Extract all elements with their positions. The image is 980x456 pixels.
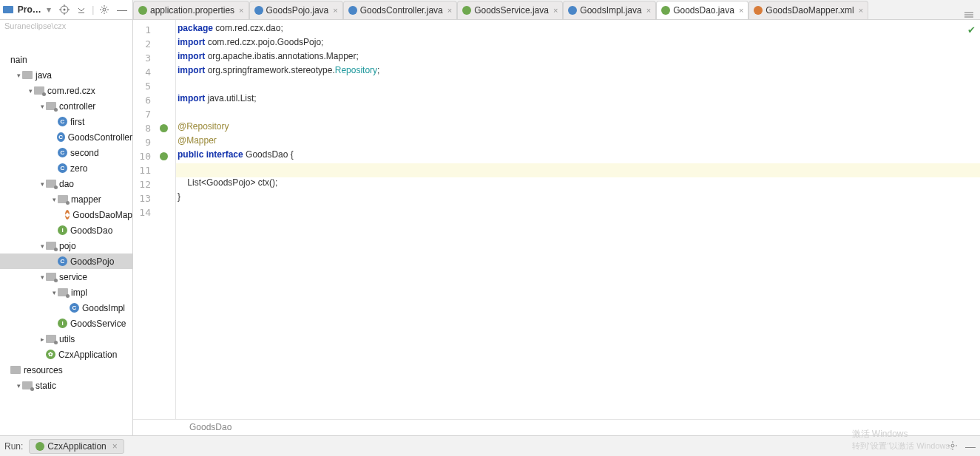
code-line[interactable]: import com.red.czx.pojo.GoodsPojo; (176, 37, 980, 51)
chevron-icon[interactable]: ▾ (38, 273, 46, 281)
tree-item[interactable]: IGoodsDao (0, 222, 132, 238)
file-type-icon (254, 6, 263, 15)
chevron-icon[interactable]: ▾ (38, 180, 46, 188)
code-line[interactable]: import org.springframework.stereotype.Re… (176, 65, 980, 79)
breadcrumb[interactable]: GoodsDao (133, 419, 980, 435)
tree-label: nain (10, 55, 27, 65)
tree-item[interactable]: ▾service (0, 269, 132, 285)
close-icon[interactable]: × (739, 6, 743, 15)
line-number: 10 (133, 151, 155, 162)
svg-line-14 (101, 12, 103, 13)
tree-label: zero (70, 163, 87, 174)
hide-icon[interactable]: — (115, 2, 129, 17)
tree-item[interactable]: CGoodsController (0, 129, 132, 145)
editor-tab[interactable]: GoodsController.java× (343, 1, 458, 19)
code-line[interactable]: } (176, 191, 980, 205)
tree-label: utils (59, 334, 75, 344)
tree-item[interactable]: CGoodsPojo (0, 253, 132, 269)
chevron-icon[interactable]: ▸ (38, 336, 46, 343)
tab-label: GoodsPojo.java (266, 5, 329, 16)
gutter-marker-icon[interactable] (160, 124, 168, 132)
editor-body: 1234567891011121314 ✔ package com.red.cz… (133, 20, 980, 419)
hide-tool-icon[interactable]: — (965, 440, 976, 452)
code-line[interactable] (176, 79, 980, 93)
tree-item[interactable]: IGoodsService (0, 316, 132, 331)
project-sidebar: Proj... ▾ | — Suraneclipse\czx nain▾java… (0, 0, 133, 435)
tree-item[interactable]: ✿CzxApplication (0, 347, 132, 362)
close-icon[interactable]: × (646, 6, 651, 15)
gutter-marker-icon[interactable] (160, 152, 168, 160)
code-line[interactable] (176, 205, 980, 220)
close-icon[interactable]: × (447, 6, 452, 15)
tree-item[interactable]: ▾dao (0, 176, 132, 191)
editor-tab[interactable]: GoodsDao.java× (656, 1, 748, 19)
tree-item[interactable]: ▾static (0, 378, 132, 393)
gear-icon[interactable] (97, 2, 112, 17)
code-line[interactable] (176, 163, 980, 177)
editor-tab[interactable]: GoodsService.java× (457, 1, 563, 19)
tab-label: GoodsService.java (474, 5, 549, 16)
close-icon[interactable]: × (859, 6, 863, 15)
tree-label: static (36, 381, 56, 391)
tree-item[interactable]: resources (0, 362, 132, 378)
code-line[interactable]: public interface GoodsDao { (176, 149, 980, 163)
tree-item[interactable]: nain (0, 52, 132, 67)
tab-label: application.properties (150, 5, 234, 16)
tree-label: service (59, 272, 87, 282)
tab-label: GoodsImpl.java (580, 5, 641, 16)
chevron-icon[interactable]: ▾ (38, 103, 46, 110)
tree-item[interactable]: Czero (0, 160, 132, 176)
code-line[interactable]: import java.util.List; (176, 93, 980, 107)
chevron-icon[interactable]: ▾ (50, 196, 58, 203)
tree-label: com.red.czx (47, 86, 95, 96)
run-config-label: CzxApplication (47, 441, 106, 452)
code-line[interactable]: List<GoodsPojo> ctx(); (176, 177, 980, 191)
tree-item[interactable]: ▾com.red.czx (0, 83, 132, 98)
tree-item[interactable]: ▾java (0, 67, 132, 83)
tree-item[interactable]: Cfirst (0, 114, 132, 129)
close-icon[interactable]: × (333, 6, 337, 15)
tree-item[interactable]: Csecond (0, 145, 132, 160)
target-icon[interactable] (57, 2, 72, 17)
editor-tab[interactable]: GoodsPojo.java× (249, 1, 343, 19)
chevron-icon[interactable]: ▾ (15, 72, 22, 79)
tab-overflow-icon[interactable] (958, 10, 980, 19)
tree-item[interactable]: ▾pojo (0, 238, 132, 253)
tree-item[interactable]: ▸utils (0, 331, 132, 347)
dropdown-icon[interactable]: ▾ (47, 4, 51, 15)
tree-item[interactable]: CGoodsImpl (0, 300, 132, 316)
tree-label: second (70, 148, 99, 158)
editor-tab[interactable]: GoodsDaoMapper.xml× (748, 1, 868, 19)
tree-item[interactable] (0, 36, 132, 52)
line-number: 8 (133, 123, 155, 134)
code-line[interactable] (176, 107, 980, 121)
run-toolbar: Run: CzxApplication × — 激活 Windows 转到"设置… (0, 435, 980, 456)
project-tree[interactable]: nain▾java▾com.red.czx▾controllerCfirstCG… (0, 33, 132, 435)
tree-item[interactable]: ◆GoodsDaoMap (0, 207, 132, 222)
close-icon[interactable]: × (112, 441, 118, 452)
code-line[interactable]: @Mapper (176, 135, 980, 149)
run-config-tab[interactable]: CzxApplication × (29, 439, 124, 454)
editor-tab[interactable]: application.properties× (133, 1, 249, 19)
settings-icon[interactable] (947, 440, 958, 452)
editor-tabs: application.properties×GoodsPojo.java×Go… (133, 0, 980, 20)
file-type-icon (462, 6, 471, 15)
collapse-icon[interactable] (75, 2, 89, 17)
tree-label: dao (59, 179, 74, 189)
tree-label: GoodsDaoMap (72, 210, 132, 220)
tree-item[interactable]: ▾controller (0, 98, 132, 114)
tree-item[interactable]: ▾mapper (0, 191, 132, 207)
tree-item[interactable]: ▾impl (0, 285, 132, 300)
tree-label: first (70, 117, 84, 127)
editor-tab[interactable]: GoodsImpl.java× (563, 1, 656, 19)
chevron-icon[interactable]: ▾ (27, 87, 34, 95)
code-line[interactable]: import org.apache.ibatis.annotations.Map… (176, 51, 980, 65)
code-line[interactable]: @Repository (176, 121, 980, 135)
close-icon[interactable]: × (239, 6, 243, 15)
close-icon[interactable]: × (553, 6, 558, 15)
chevron-icon[interactable]: ▾ (38, 242, 46, 250)
code-line[interactable]: package com.red.czx.dao; (176, 23, 980, 37)
chevron-icon[interactable]: ▾ (15, 382, 22, 389)
code-view[interactable]: ✔ package com.red.czx.dao;import com.red… (176, 20, 980, 419)
chevron-icon[interactable]: ▾ (50, 289, 58, 296)
